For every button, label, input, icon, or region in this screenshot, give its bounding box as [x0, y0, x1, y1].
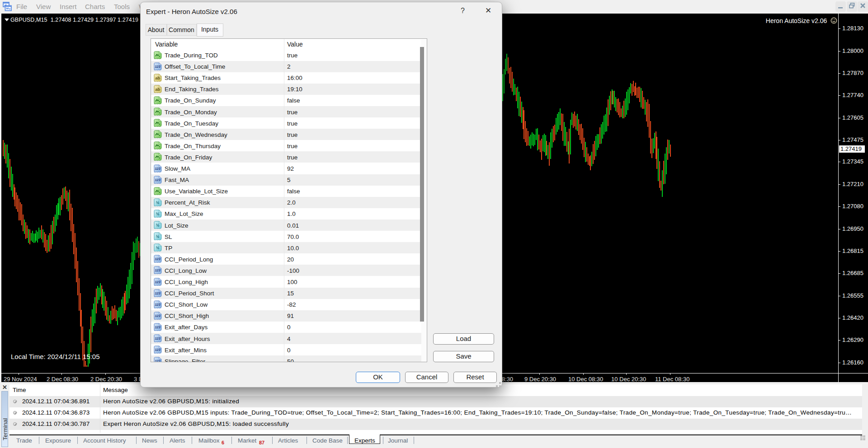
svg-text:123: 123 [155, 280, 160, 284]
svg-text:½: ½ [156, 234, 160, 239]
svg-text:123: 123 [155, 269, 160, 273]
svg-text:123: 123 [155, 325, 160, 329]
svg-text:½: ½ [156, 201, 160, 205]
svg-text:123: 123 [155, 348, 160, 352]
svg-text:123: 123 [155, 303, 160, 307]
svg-text:ab: ab [155, 87, 160, 92]
svg-text:123: 123 [155, 167, 160, 171]
svg-text:½: ½ [156, 212, 160, 216]
svg-text:123: 123 [155, 336, 160, 341]
svg-text:123: 123 [155, 291, 160, 295]
svg-text:ab: ab [155, 75, 160, 80]
svg-text:123: 123 [155, 257, 160, 261]
svg-text:123: 123 [155, 178, 160, 182]
svg-text:½: ½ [156, 223, 160, 228]
svg-text:123: 123 [155, 314, 160, 318]
svg-text:½: ½ [156, 246, 160, 250]
svg-text:123: 123 [155, 359, 160, 362]
svg-text:123: 123 [155, 65, 160, 69]
